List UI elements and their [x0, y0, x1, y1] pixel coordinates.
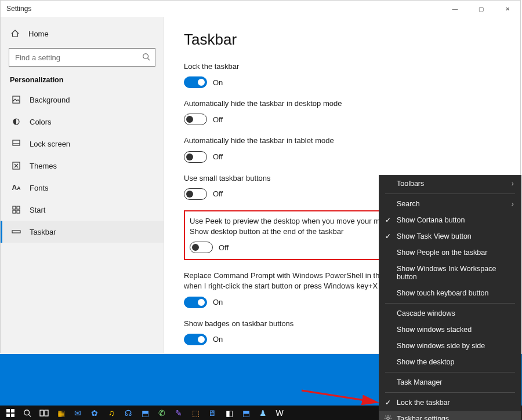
menu-item-toolbars[interactable]: Toolbars› — [379, 176, 521, 192]
svg-rect-13 — [11, 409, 14, 412]
svg-rect-3 — [13, 140, 20, 145]
close-button[interactable]: ✕ — [494, 1, 520, 17]
toggle-state: Off — [213, 115, 223, 124]
sidebar-icon — [11, 94, 21, 105]
toggle-state: Off — [213, 152, 223, 161]
search-input-wrap[interactable] — [9, 48, 155, 67]
svg-point-10 — [387, 417, 389, 419]
sidebar-item-lock-screen[interactable]: Lock screen — [1, 133, 164, 155]
app-icon[interactable]: ☊ — [120, 407, 136, 419]
sidebar-item-label: Fonts — [30, 184, 49, 192]
toggle-switch[interactable] — [184, 188, 207, 200]
setting-2: Automatically hide the taskbar in tablet… — [184, 136, 504, 162]
minimize-button[interactable]: — — [442, 1, 468, 17]
app-icon[interactable]: 🖥 — [204, 407, 220, 419]
svg-rect-6 — [17, 206, 20, 209]
app-icon[interactable]: W — [271, 407, 288, 419]
menu-separator — [385, 372, 515, 372]
menu-item-label: Show Task View button — [397, 232, 472, 240]
app-icon[interactable]: ◧ — [221, 407, 237, 419]
menu-item-show-cortana-button[interactable]: ✓Show Cortana button — [379, 212, 521, 228]
app-icon[interactable]: ♫ — [103, 407, 119, 419]
setting-0: Lock the taskbarOn — [184, 61, 504, 88]
menu-item-label: Taskbar settings — [397, 415, 449, 420]
svg-rect-1 — [13, 96, 20, 103]
svg-point-0 — [143, 53, 148, 59]
app-icon[interactable]: ⬒ — [137, 407, 153, 419]
svg-rect-18 — [45, 410, 48, 416]
svg-rect-12 — [6, 409, 10, 412]
menu-item-show-the-desktop[interactable]: Show the desktop — [379, 354, 521, 370]
taskbar-context-menu[interactable]: Toolbars›Search›✓Show Cortana button✓Sho… — [379, 175, 521, 420]
menu-item-label: Show Cortana button — [397, 216, 465, 224]
menu-item-label: Show windows stacked — [397, 326, 472, 334]
app-icon[interactable]: ▦ — [53, 407, 69, 419]
toggle-state: On — [213, 298, 223, 306]
app-icon[interactable]: ✉ — [70, 407, 86, 419]
home-button[interactable]: Home — [1, 23, 164, 45]
menu-item-cascade-windows[interactable]: Cascade windows — [379, 305, 521, 322]
svg-rect-7 — [13, 210, 16, 213]
menu-separator — [385, 392, 515, 393]
menu-item-label: Show Windows Ink Workspace button — [397, 265, 514, 281]
window-title: Settings — [6, 5, 31, 13]
menu-item-show-windows-stacked[interactable]: Show windows stacked — [379, 322, 521, 338]
setting-label: Automatically hide the taskbar in tablet… — [184, 136, 416, 146]
menu-item-label: Show the desktop — [397, 358, 454, 366]
app-icon[interactable]: ⬒ — [238, 407, 254, 419]
toggle-switch[interactable] — [184, 297, 207, 308]
search-input[interactable] — [14, 53, 142, 63]
sidebar-item-themes[interactable]: Themes — [1, 155, 164, 177]
sidebar-item-label: Themes — [30, 162, 57, 170]
maximize-button[interactable]: ▢ — [468, 1, 494, 17]
start-button[interactable] — [2, 407, 19, 419]
menu-item-show-windows-side-by-side[interactable]: Show windows side by side — [379, 338, 521, 354]
app-icon[interactable]: ✿ — [86, 407, 103, 419]
taskview-button[interactable] — [36, 407, 52, 419]
svg-rect-14 — [6, 414, 10, 417]
sidebar-item-label: Colors — [30, 118, 52, 126]
app-icon[interactable]: ✎ — [171, 407, 187, 419]
svg-point-16 — [24, 410, 30, 415]
sidebar-icon — [11, 160, 21, 171]
menu-item-show-people-on-the-taskbar[interactable]: Show People on the taskbar — [379, 244, 521, 261]
setting-label: Lock the taskbar — [184, 61, 416, 72]
toggle-switch[interactable] — [184, 76, 207, 88]
app-icon[interactable]: ⬚ — [187, 407, 204, 419]
sidebar-item-background[interactable]: Background — [1, 89, 164, 111]
menu-item-taskbar-settings[interactable]: Taskbar settings — [379, 411, 521, 420]
menu-item-show-task-view-button[interactable]: ✓Show Task View button — [379, 228, 521, 244]
window-controls: — ▢ ✕ — [442, 1, 520, 17]
toggle-switch[interactable] — [184, 151, 207, 163]
svg-rect-9 — [12, 231, 20, 233]
toggle-switch[interactable] — [190, 242, 213, 253]
taskbar-pinned-apps: ▦ ✉ ✿ ♫ ☊ ⬒ ✆ ✎ ⬚ 🖥 ◧ ⬒ ♟ W — [2, 407, 288, 419]
toggle-switch[interactable] — [184, 334, 207, 345]
sidebar-item-taskbar[interactable]: Taskbar — [1, 221, 164, 243]
menu-item-show-touch-keyboard-button[interactable]: Show touch keyboard button — [379, 285, 521, 301]
sidebar-item-label: Taskbar — [30, 228, 56, 236]
svg-rect-5 — [13, 206, 16, 209]
svg-rect-8 — [17, 210, 20, 213]
menu-separator — [385, 193, 515, 194]
page-title: Taskbar — [184, 31, 504, 49]
chevron-right-icon: › — [512, 200, 514, 208]
sidebar-item-start[interactable]: Start — [1, 199, 164, 221]
setting-1: Automatically hide the taskbar in deskto… — [184, 98, 504, 125]
search-button[interactable] — [19, 407, 35, 419]
app-icon[interactable]: ♟ — [255, 407, 271, 419]
app-icon[interactable]: ✆ — [154, 407, 170, 419]
svg-rect-17 — [40, 410, 44, 416]
menu-item-search[interactable]: Search› — [379, 196, 521, 212]
menu-item-lock-the-taskbar[interactable]: ✓Lock the taskbar — [379, 395, 521, 411]
sidebar-item-fonts[interactable]: AAFonts — [1, 177, 164, 199]
chevron-right-icon: › — [512, 180, 514, 188]
menu-item-task-manager[interactable]: Task Manager — [379, 374, 521, 390]
sidebar-item-label: Start — [30, 206, 45, 214]
sidebar-item-colors[interactable]: Colors — [1, 111, 164, 133]
toggle-state: Off — [213, 189, 223, 198]
toggle-switch[interactable] — [184, 114, 207, 125]
sidebar: Home Personalization BackgroundColorsLoc… — [1, 17, 164, 353]
sidebar-icon — [11, 227, 21, 237]
menu-item-show-windows-ink-workspace-button[interactable]: Show Windows Ink Workspace button — [379, 261, 521, 285]
